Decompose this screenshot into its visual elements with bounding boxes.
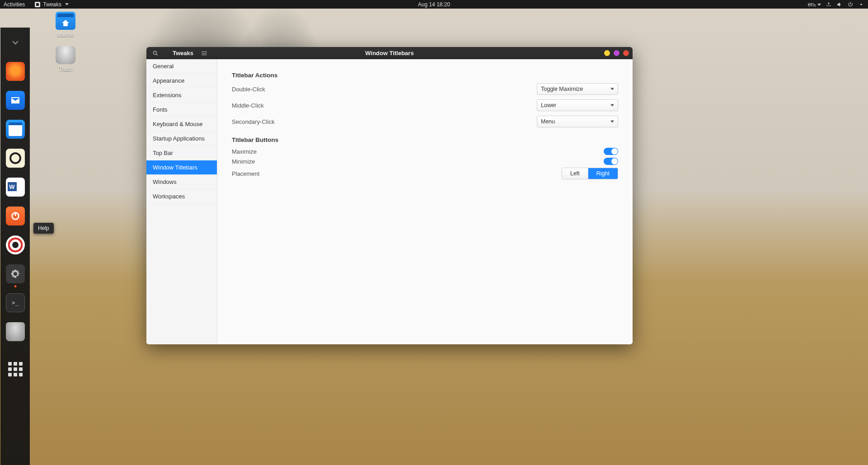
placement-left-button[interactable]: Left (562, 168, 588, 179)
switch-maximize[interactable] (604, 148, 618, 155)
dock-item-settings[interactable] (6, 264, 25, 283)
sidebar-item-extensions[interactable]: Extensions (146, 88, 217, 103)
download-arrow-icon (9, 36, 22, 49)
system-menu-chevron-icon[interactable] (858, 1, 864, 8)
section-title-actions: Titlebar Actions (232, 72, 618, 79)
envelope-icon (10, 95, 21, 106)
dock-item-shutdown[interactable] (6, 207, 25, 225)
desktop-icon-trash[interactable]: Trash (50, 46, 81, 72)
placement-right-button[interactable]: Right (588, 168, 618, 179)
window-header-title: Window Titlebars (365, 50, 413, 56)
chevron-down-icon (65, 3, 69, 5)
search-icon (152, 50, 159, 56)
label-maximize: Maximize (232, 148, 257, 155)
home-folder-icon (56, 12, 75, 30)
dock-tooltip: Help (33, 223, 54, 234)
dock-item-trash[interactable] (6, 322, 25, 341)
sidebar-item-window-titlebars[interactable]: Window Titlebars (146, 160, 217, 175)
trash-icon (56, 46, 75, 64)
section-title-buttons: Titlebar Buttons (232, 136, 618, 143)
app-menu-label: Tweaks (43, 1, 61, 8)
combo-secondary-click[interactable]: Menu (537, 116, 618, 127)
sidebar-item-workspaces[interactable]: Workspaces (146, 189, 217, 204)
tweaks-app-icon (35, 2, 40, 7)
sidebar-item-appearance[interactable]: Appearance (146, 74, 217, 88)
svg-point-2 (153, 51, 156, 54)
input-source-indicator[interactable]: en₁ (808, 1, 821, 8)
dock-item-files[interactable] (6, 120, 25, 139)
label-middle-click: Middle-Click (232, 102, 264, 109)
network-icon[interactable] (826, 1, 832, 8)
segmented-placement: Left Right (562, 168, 618, 179)
activities-button[interactable]: Activities (4, 1, 25, 8)
label-placement: Placement (232, 170, 259, 177)
search-button[interactable] (146, 47, 164, 59)
word-icon: W (8, 182, 17, 191)
label-double-click: Double-Click (232, 86, 265, 93)
sidebar-item-windows[interactable]: Windows (146, 175, 217, 189)
dock-item-downloads[interactable] (6, 33, 25, 52)
dock-item-mail[interactable] (6, 91, 25, 110)
tweaks-window: Tweaks Window Titlebars GeneralAppearanc… (146, 47, 633, 344)
label-minimize: Minimize (232, 158, 255, 165)
chevron-down-icon (610, 88, 614, 90)
chevron-down-icon (610, 104, 614, 107)
combo-middle-click[interactable]: Lower (537, 99, 618, 111)
sidebar-item-startup-applications[interactable]: Startup Applications (146, 132, 217, 146)
desktop-icon-label: Trash (50, 66, 81, 72)
tweaks-content: Titlebar Actions Double-Click Toggle Max… (217, 59, 633, 344)
dock-item-terminal[interactable] (6, 293, 25, 312)
volume-icon[interactable] (836, 1, 843, 8)
sidebar-item-fonts[interactable]: Fonts (146, 103, 217, 117)
chevron-down-icon (610, 121, 614, 123)
sidebar-item-general[interactable]: General (146, 59, 217, 74)
maximize-button[interactable] (614, 50, 619, 56)
switch-minimize[interactable] (604, 158, 618, 165)
label-secondary-click: Secondary-Click (232, 118, 275, 125)
desktop-icon-home[interactable]: ubuntu (50, 12, 81, 38)
dock-item-help[interactable] (6, 235, 25, 254)
combo-double-click[interactable]: Toggle Maximize (537, 83, 618, 95)
dock-item-rhythmbox[interactable] (6, 149, 25, 168)
dock-item-word[interactable]: W (6, 178, 25, 197)
power-icon[interactable] (847, 1, 854, 8)
clock[interactable]: Aug 14 18:20 (418, 1, 450, 8)
sidebar-item-keyboard-mouse[interactable]: Keyboard & Mouse (146, 117, 217, 132)
minimize-button[interactable] (604, 50, 610, 56)
svg-line-3 (156, 54, 158, 55)
desktop-icons-area: ubuntu Trash (50, 12, 81, 80)
gear-icon (10, 268, 21, 279)
power-icon (10, 211, 20, 221)
tweaks-sidebar: GeneralAppearanceExtensionsFontsKeyboard… (146, 59, 217, 344)
gnome-top-panel: Activities Tweaks Aug 14 18:20 en₁ (0, 0, 868, 9)
chevron-down-icon (817, 4, 821, 6)
sidebar-item-top-bar[interactable]: Top Bar (146, 146, 217, 160)
window-app-title: Tweaks (164, 50, 193, 56)
dock-item-firefox[interactable] (6, 62, 25, 81)
window-controls (604, 50, 629, 56)
menu-button[interactable] (195, 51, 213, 56)
close-button[interactable] (623, 50, 629, 56)
dock: W (0, 28, 30, 465)
dock-show-applications[interactable] (8, 362, 23, 376)
app-menu[interactable]: Tweaks (35, 1, 69, 8)
window-titlebar[interactable]: Tweaks Window Titlebars (146, 47, 633, 59)
desktop-icon-label: ubuntu (50, 32, 81, 38)
hamburger-icon (201, 51, 207, 56)
